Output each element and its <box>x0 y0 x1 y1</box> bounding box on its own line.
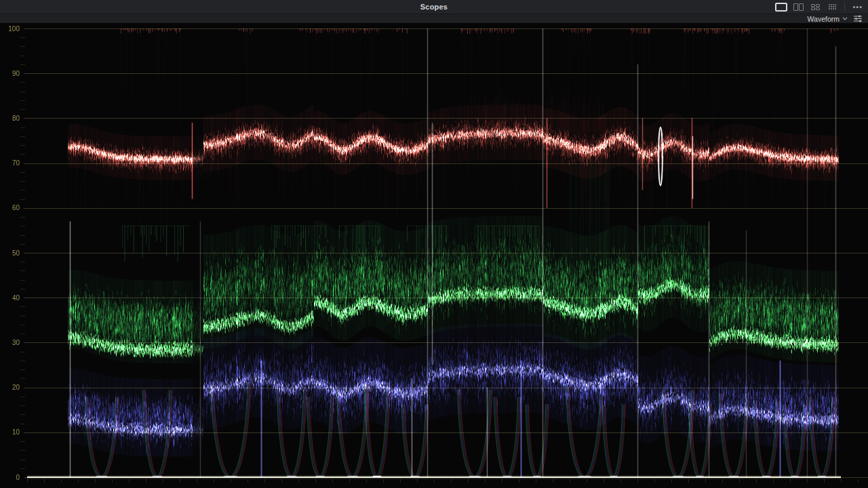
titlebar: Scopes ••• <box>0 0 868 14</box>
graticule-label: 20 <box>1 384 20 391</box>
graticule-label: 0 <box>1 474 20 481</box>
overflow-menu-button[interactable]: ••• <box>851 3 864 10</box>
graticule-label: 40 <box>1 294 20 302</box>
grid-view-icon <box>829 4 836 9</box>
two-up-view-button[interactable] <box>792 2 804 12</box>
titlebar-divider <box>844 3 845 11</box>
graticule-label: 70 <box>1 159 20 167</box>
chevron-down-icon <box>842 17 848 20</box>
graticule-label: 30 <box>1 339 20 346</box>
single-view-icon <box>775 3 787 12</box>
graticule-label: 50 <box>1 249 20 257</box>
graticule-label: 100 <box>1 25 20 33</box>
graticule-label: 80 <box>1 115 20 122</box>
scopes-window: { "window": { "title": "Scopes" }, "titl… <box>0 0 868 488</box>
graticule-label: 60 <box>1 204 20 211</box>
scope-toolbar: Waveform <box>0 14 868 23</box>
graticule-label: 10 <box>1 428 20 436</box>
single-view-button[interactable] <box>775 2 787 12</box>
two-up-view-icon <box>793 3 804 11</box>
window-title: Scopes <box>0 3 868 11</box>
waveform-scope: 1009080706050403020100 <box>0 23 868 488</box>
scope-settings-button[interactable] <box>853 15 863 22</box>
four-up-view-icon <box>811 4 820 10</box>
four-up-view-button[interactable] <box>809 2 821 12</box>
waveform-canvas <box>0 23 868 488</box>
scope-mode-label: Waveform <box>808 15 840 23</box>
scope-mode-dropdown[interactable]: Waveform <box>808 15 848 23</box>
grid-view-button[interactable] <box>826 2 838 12</box>
titlebar-actions: ••• <box>775 0 864 14</box>
sliders-icon <box>853 15 863 22</box>
graticule-label: 90 <box>1 70 20 77</box>
